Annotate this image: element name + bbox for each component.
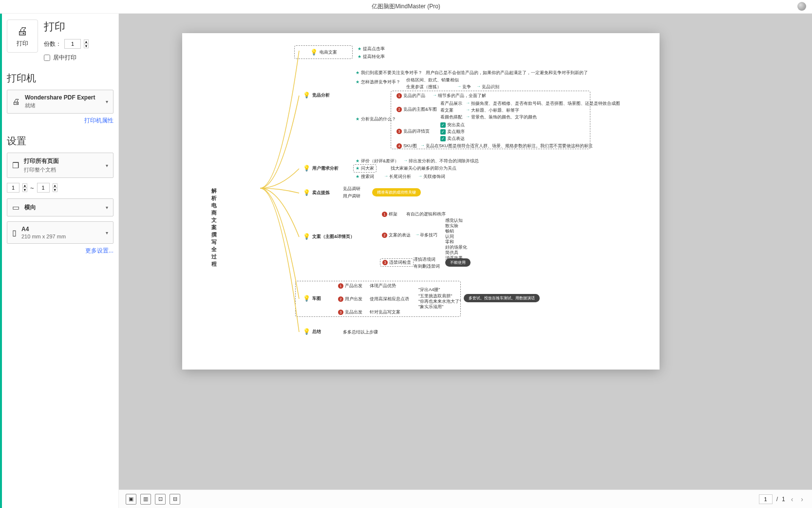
mm-leaf: 背景色、装饰的颜色、文字的颜色 bbox=[471, 114, 537, 120]
more-settings-link[interactable]: 更多设置... bbox=[85, 247, 113, 254]
mm-leaf: "穿出A4腰" bbox=[418, 288, 440, 293]
mm-leaf: 文案的表达 bbox=[389, 233, 411, 237]
mm-leaf: 针对竞品写文案 bbox=[370, 309, 400, 315]
range-from-input[interactable] bbox=[7, 183, 19, 193]
mm-leaf: 长尾词分析 bbox=[389, 174, 411, 180]
prev-page-button[interactable]: ‹ bbox=[789, 495, 795, 503]
printer-select-icon: 🖨 bbox=[12, 98, 20, 106]
preview-scroll[interactable]: 解析电商文案撰写全过程 电商文案 提高点击率 提高转化率 竞品分析 我们到底要不… bbox=[119, 14, 812, 489]
mm-leaf: 关联修饰词 bbox=[423, 174, 445, 180]
chevron-down-icon: ▾ bbox=[106, 230, 108, 235]
mm-leaf: "象实乐滋用" bbox=[418, 304, 443, 310]
mm-leaf: 竞品调研 bbox=[343, 186, 360, 192]
mm-leaf: 竞争 bbox=[462, 84, 471, 90]
fit-page-icon[interactable]: ⊡ bbox=[155, 494, 166, 505]
mm-leaf: 看产品展示 bbox=[440, 100, 462, 107]
mm-leaf: 评价（好评&差评） bbox=[356, 158, 399, 163]
mm-leaf: 细节多的产品，全面了解 bbox=[438, 93, 486, 99]
mm-leaf: 框架 bbox=[389, 212, 397, 216]
print-title: 打印 bbox=[44, 20, 89, 34]
range-to-down[interactable]: ▼ bbox=[53, 188, 57, 192]
mm-leaf: 突出卖点 bbox=[447, 122, 465, 127]
mm-leaf: 问大家 bbox=[356, 166, 374, 171]
next-page-button[interactable]: › bbox=[799, 495, 805, 503]
fit-width-icon[interactable]: ⊟ bbox=[170, 494, 180, 505]
copies-input[interactable] bbox=[64, 39, 81, 49]
view-mode-1-icon[interactable]: ▣ bbox=[126, 494, 136, 505]
mm-leaf: 举多技巧 bbox=[420, 232, 437, 238]
mm-leaf: 有则删违禁词 bbox=[414, 263, 440, 270]
mm-leaf: 竞品的产品 bbox=[403, 93, 425, 98]
mm-leaf: 体现产品优势 bbox=[370, 283, 396, 289]
mm-leaf: 违禁词检查 bbox=[389, 260, 411, 265]
mm-leaf: 卖点顺序 bbox=[447, 129, 465, 134]
paper-select[interactable]: ▯ A4 210 mm x 297 mm ▾ bbox=[7, 221, 113, 244]
mm-pill: 精准有效的成功性关键 bbox=[372, 188, 421, 196]
mm-leaf: SKU图 bbox=[403, 143, 417, 148]
copies-down[interactable]: ▼ bbox=[84, 44, 89, 48]
mm-leaf: 搜索词 bbox=[356, 174, 374, 179]
mm-leaf: 产品出发 bbox=[345, 283, 362, 288]
mm-leaf: 用户调研 bbox=[343, 193, 360, 199]
print-button[interactable]: 🖨 打印 bbox=[7, 20, 38, 53]
mm-leaf: 生意参谋（搜狐） bbox=[406, 84, 441, 90]
range-to-input[interactable] bbox=[37, 183, 50, 193]
print-button-label: 打印 bbox=[17, 39, 28, 48]
settings-section-title: 设置 bbox=[7, 135, 113, 148]
pages-select[interactable]: ❐ 打印所有页面 打印整个文档 ▾ bbox=[7, 153, 113, 178]
app-title: 亿图脑图MindMaster (Pro) bbox=[372, 2, 440, 11]
copies-up[interactable]: ▲ bbox=[84, 39, 89, 44]
preview-page: 解析电商文案撰写全过程 电商文案 提高点击率 提高转化率 竞品分析 我们到底要不… bbox=[182, 33, 660, 370]
mm-root: 解析电商文案撰写全过程 bbox=[207, 184, 222, 271]
mm-pill: 不能使用 bbox=[445, 258, 471, 267]
mm-leaf: 竞品识别 bbox=[482, 84, 499, 90]
mm-leaf: 竞品的详情页 bbox=[403, 129, 430, 134]
chevron-down-icon: ▾ bbox=[106, 99, 108, 104]
view-mode-2-icon[interactable]: ▥ bbox=[140, 494, 151, 505]
mm-leaf: 使用高深相应息点语 bbox=[370, 296, 409, 302]
range-from-down[interactable]: ▼ bbox=[22, 188, 27, 192]
mm-node: 竞品分析 bbox=[303, 92, 330, 98]
mm-leaf: 卖点表达 bbox=[447, 136, 465, 141]
orientation-icon: ▭ bbox=[12, 203, 19, 212]
page-current-input[interactable] bbox=[759, 494, 773, 504]
chevron-down-icon: ▾ bbox=[106, 205, 108, 210]
mm-leaf: 提高点击率 bbox=[358, 46, 385, 51]
pages-sub: 打印整个文档 bbox=[24, 166, 101, 174]
pages-main: 打印所有页面 bbox=[24, 157, 101, 165]
mm-leaf: 价格区间、款式、销量相似 bbox=[406, 77, 459, 83]
mm-leaf: 分析竞品的什么？ bbox=[356, 117, 396, 121]
user-avatar[interactable] bbox=[797, 2, 806, 11]
mm-leaf: 拍摄角度、是否精修、是否有款号码、是否拼图、场景图、还是是特效合成图 bbox=[471, 100, 620, 107]
page-sep: / bbox=[776, 496, 778, 503]
mm-node: 卖点提炼 bbox=[303, 189, 330, 196]
range-to-up[interactable]: ▲ bbox=[53, 183, 57, 188]
mm-leaf: 用户自己是不会创造产品的，如果你的产品超满足了，一定避免和竞争对手到新的了 bbox=[426, 70, 588, 76]
mm-leaf: 看文案 bbox=[440, 107, 453, 114]
printer-select[interactable]: 🖨 Wondershare PDF Expert 就绪 ▾ bbox=[7, 90, 113, 114]
mm-leaf: 我们到底要不要关注竞争对手？ bbox=[356, 70, 422, 75]
mm-leaf: 看颜色搭配 bbox=[440, 114, 462, 120]
printer-name: Wondershare PDF Expert bbox=[25, 94, 101, 101]
range-from-up[interactable]: ▲ bbox=[22, 183, 27, 188]
mm-node: 总结 bbox=[303, 328, 321, 335]
mm-node: 文案（主图&详情页） bbox=[303, 233, 355, 240]
print-sidebar: 🖨 打印 打印 份数： ▲ ▼ 居中打印 打印机 bbox=[2, 14, 119, 508]
copies-label: 份数： bbox=[44, 40, 61, 48]
printer-section-title: 打印机 bbox=[7, 72, 113, 85]
printer-props-link[interactable]: 打印机属性 bbox=[84, 117, 113, 124]
center-print-checkbox[interactable] bbox=[44, 55, 50, 61]
printer-status: 就绪 bbox=[25, 102, 101, 109]
mm-leaf: 竞品出发 bbox=[345, 310, 362, 314]
paper-size: A4 bbox=[21, 226, 101, 233]
orientation-label: 横向 bbox=[24, 203, 101, 212]
mm-leaf: 谨慎语境词 bbox=[414, 256, 435, 263]
mm-leaf: 排出发分析的、不符合的消除并综总 bbox=[409, 158, 479, 164]
mm-leaf: 竞品在SKU图是很符合适宜人群、场景、规格参数的标注。我们需不需要做这样的标注 bbox=[426, 143, 593, 149]
mm-pill: 多套试、投放百推车测试、用数据演话 bbox=[464, 294, 540, 302]
orientation-select[interactable]: ▭ 横向 ▾ bbox=[7, 198, 113, 216]
paper-dims: 210 mm x 297 mm bbox=[21, 234, 101, 239]
mm-leaf: 大标题、小标题、标签字 bbox=[471, 107, 519, 114]
paper-icon: ▯ bbox=[12, 228, 17, 237]
printer-icon: 🖨 bbox=[17, 25, 28, 38]
